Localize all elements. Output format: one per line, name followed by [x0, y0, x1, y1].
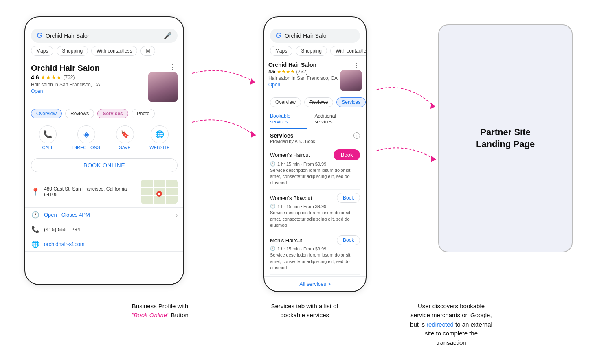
caption-1: Business Profile with "Book Online" Butt…: [95, 302, 225, 348]
tab-overview-1[interactable]: Overview: [31, 109, 62, 118]
service-desc-1: Service description lorem ipsum dolor si…: [270, 167, 360, 186]
pill-more-1[interactable]: M: [140, 46, 155, 56]
caption-3: User discovers bookable service merchant…: [368, 302, 502, 348]
action-row-1: 📞 CALL ◈ DIRECTIONS 🔖 SAVE 🌐 WEBSITE: [25, 121, 183, 154]
map-thumb-1[interactable]: [141, 180, 178, 204]
svg-marker-9: [430, 103, 436, 109]
phone-icon-1: 📞: [31, 226, 40, 233]
biz-card-1: Orchid Hair Salon 4.6 ★★★★ (732) Hair sa…: [25, 59, 183, 105]
website-icon-1: 🌐: [31, 240, 40, 248]
address-1: 480 Cast St, San Francisco, California 9…: [44, 186, 137, 197]
sub-tab-additional[interactable]: Additional services: [314, 110, 353, 129]
service-item-3: Men's Haircut Book 🕐 1 hr 15 min · From …: [270, 232, 360, 274]
biz-category-2: Hair salon in San Francisco, CA: [268, 75, 341, 81]
tab-photo-1[interactable]: Photo: [132, 109, 155, 118]
review-count-2: (732): [296, 69, 308, 75]
biz-name-2: Orchid Hair Salon: [268, 61, 341, 68]
action-call-label: CALL: [42, 145, 54, 150]
service-name-2: Women's Blowout: [270, 195, 312, 201]
search-bar-2[interactable]: G Orchid Hair Salon: [270, 29, 360, 43]
website-row-1: 🌐 orchidhair-sf.com: [25, 237, 183, 252]
pill-contactless-2[interactable]: With contactless: [330, 46, 366, 56]
services-section-2: Services i Provided by ABC Book Women's …: [264, 129, 366, 275]
biz-thumb-1: 88+: [148, 72, 178, 102]
hours-row-1: 🕐 Open · Closes 4PM ›: [25, 208, 183, 222]
caption-1-button-word: Button: [171, 311, 189, 318]
biz-thumb-2: 88+: [340, 70, 362, 91]
service-meta-1: 1 hr 15 min · From $9.99: [277, 162, 326, 167]
caption-1-highlight: "Book Online": [132, 311, 169, 318]
service-desc-3: Service description lorem ipsum dolor si…: [270, 252, 360, 271]
services-title-2: Services: [270, 132, 294, 139]
filter-pills-2: Maps Shopping With contactless M: [264, 46, 366, 59]
service-name-1: Women's Haircut: [270, 152, 310, 158]
action-directions-label: DIRECTIONS: [72, 145, 100, 150]
book-btn-2[interactable]: Book: [337, 193, 360, 203]
action-directions[interactable]: ◈ DIRECTIONS: [72, 125, 100, 150]
search-text-1: Orchid Hair Salon: [46, 33, 160, 39]
tab-row-2: Overview Reviews Services Photo: [264, 94, 366, 110]
svg-point-6: [158, 193, 160, 195]
map-pin-icon-1: 📍: [31, 187, 40, 196]
filter-pills-1: Maps Shopping With contactless M: [25, 46, 183, 59]
search-bar-1[interactable]: G Orchid Hair Salon 🎤: [31, 29, 178, 43]
sub-tabs-2: Bookable services Additional services: [264, 110, 366, 129]
review-count-1: (732): [63, 75, 75, 80]
action-website-label: WEBSITE: [149, 145, 170, 150]
service-desc-2: Service description lorem ipsum dolor si…: [270, 210, 360, 228]
biz-card-2: Orchid Hair Salon 4.6 ★★★★ (732) Hair sa…: [264, 59, 366, 94]
stars-2: ★★★★: [277, 69, 295, 75]
service-item-1: Women's Haircut Book 🕐 1 hr 15 min · Fro…: [270, 146, 360, 190]
book-online-btn-1[interactable]: BOOK ONLINE: [31, 158, 178, 172]
mic-icon-1[interactable]: 🎤: [164, 32, 172, 39]
action-save-label: SAVE: [119, 145, 131, 150]
google-logo-1: G: [37, 31, 42, 40]
partner-title: Partner SiteLanding Page: [476, 127, 535, 150]
dots-menu-2[interactable]: ⋮: [352, 61, 362, 69]
website-text-1: orchidhair-sf.com: [44, 241, 178, 247]
book-btn-3[interactable]: Book: [337, 235, 360, 245]
biz-category-1: Hair salon in San Francisco, CA: [31, 82, 148, 88]
clock-icon-1: 🕐: [31, 211, 40, 219]
service-name-3: Men's Haircut: [270, 237, 302, 243]
pill-contactless-1[interactable]: With contactless: [91, 46, 137, 56]
pill-shopping-2[interactable]: Shopping: [296, 46, 327, 56]
tab-services-1[interactable]: Services: [97, 109, 128, 118]
book-btn-1[interactable]: Book: [334, 149, 360, 160]
hours-text-1: Open · Closes 4PM: [44, 212, 171, 218]
service-meta-2: 1 hr 15 min · From $9.99: [277, 204, 326, 209]
pill-shopping-1[interactable]: Shopping: [57, 46, 88, 56]
tab-reviews-2[interactable]: Reviews: [304, 97, 333, 107]
dots-menu-1[interactable]: ⋮: [168, 63, 178, 71]
map-row-1: 📍 480 Cast St, San Francisco, California…: [25, 176, 183, 208]
partner-box: Partner SiteLanding Page: [438, 24, 573, 252]
info-circle-icon: i: [353, 132, 360, 139]
action-website[interactable]: 🌐 WEBSITE: [149, 125, 170, 150]
pill-maps-2[interactable]: Maps: [270, 46, 292, 56]
tab-reviews-1[interactable]: Reviews: [65, 109, 94, 118]
action-call[interactable]: 📞 CALL: [39, 125, 57, 150]
svg-marker-10: [431, 156, 436, 162]
biz-name-1: Orchid Hair Salon: [31, 63, 148, 73]
biz-open-2: Open: [268, 82, 341, 88]
svg-marker-8: [251, 131, 256, 138]
phone-text-1: (415) 555-1234: [44, 226, 178, 232]
search-text-2: Orchid Hair Salon: [285, 33, 355, 39]
phone-row-1: 📞 (415) 555-1234: [25, 222, 183, 237]
pill-maps-1[interactable]: Maps: [31, 46, 53, 56]
biz-open-1: Open: [31, 88, 148, 94]
service-item-2: Women's Blowout Book 🕐 1 hr 15 min · Fro…: [270, 190, 360, 232]
tab-row-1: Overview Reviews Services Photo: [25, 105, 183, 121]
chevron-icon-1: ›: [176, 212, 178, 218]
sub-tab-bookable[interactable]: Bookable services: [270, 110, 307, 129]
service-meta-3: 1 hr 15 min · From $9.99: [277, 246, 326, 251]
svg-marker-7: [250, 78, 255, 85]
tab-overview-2[interactable]: Overview: [270, 97, 301, 107]
caption-2: Services tab with a list ofbookable serv…: [241, 302, 351, 348]
all-services-row[interactable]: All services >: [264, 276, 366, 291]
action-save[interactable]: 🔖 SAVE: [116, 125, 134, 150]
tab-services-2[interactable]: Services: [336, 97, 366, 107]
rating-1: 4.6: [31, 74, 39, 81]
google-logo-2: G: [276, 31, 281, 40]
phone-2: G Orchid Hair Salon Maps Shopping With c…: [263, 16, 367, 292]
